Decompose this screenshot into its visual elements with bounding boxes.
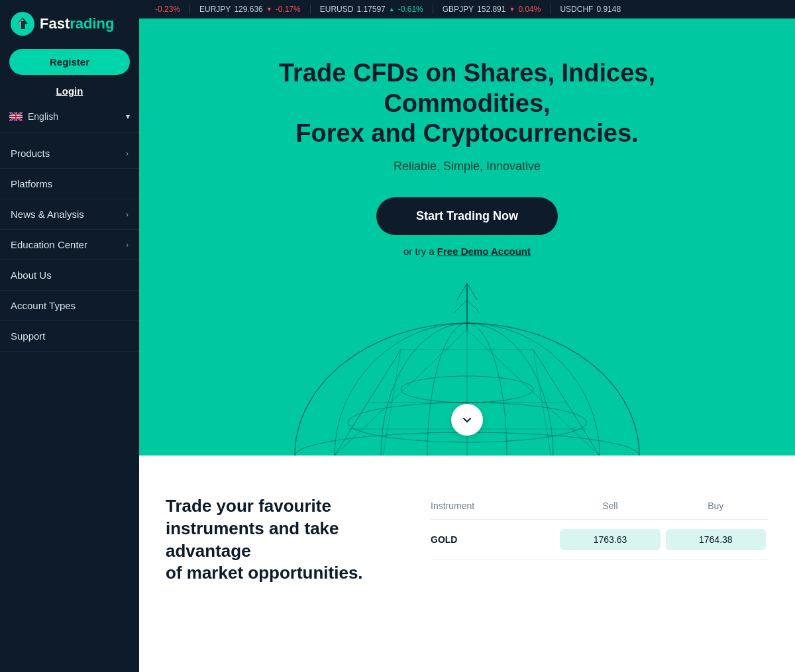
- ticker-change: -0.61%: [398, 5, 423, 14]
- svg-line-33: [467, 283, 477, 300]
- nav-item-label: Products: [11, 148, 50, 159]
- bottom-section: Trade your favourite instruments and tak…: [139, 456, 795, 672]
- sidebar-item-account-types[interactable]: Account Types: [0, 291, 139, 321]
- sell-price: 1763.63: [560, 529, 660, 550]
- register-button[interactable]: Register: [9, 49, 130, 75]
- nav-item-label: About Us: [11, 269, 52, 281]
- ticker-bar: -0.23% EURJPY 129.636 ▼ -0.17% EURUSD 1.…: [139, 0, 795, 19]
- ticker-arrow-icon: ▼: [509, 6, 515, 13]
- ticker-item-4: USDCHF 0.9148: [551, 5, 630, 14]
- ticker-pair: GBPJPY: [443, 5, 474, 14]
- col-buy: Buy: [663, 501, 768, 511]
- free-demo-link[interactable]: Free Demo Account: [437, 246, 531, 257]
- bottom-title-line3: of market opportunities.: [166, 563, 363, 583]
- nav-chevron-icon: ›: [126, 149, 129, 158]
- demo-text: or try a: [403, 246, 437, 257]
- language-chevron-icon: ▾: [126, 112, 130, 121]
- start-trading-button[interactable]: Start Trading Now: [376, 197, 558, 235]
- brand-logo-icon: [11, 12, 34, 36]
- sidebar-item-about-us[interactable]: About Us: [0, 260, 139, 291]
- ticker-price: 1.17597: [356, 5, 385, 14]
- ticker-change: -0.17%: [276, 5, 301, 14]
- chevron-down-icon: [461, 414, 473, 426]
- table-header: Instrument Sell Buy: [431, 495, 768, 520]
- ticker-item-3: GBPJPY 152.891 ▼ 0.04%: [433, 5, 551, 14]
- ticker-item-2: EURUSD 1.17597 ▲ -0.61%: [311, 5, 433, 14]
- brand-name-part1: Fast: [40, 15, 70, 32]
- col-sell: Sell: [557, 501, 662, 511]
- bottom-title-line1: Trade your favourite: [166, 496, 331, 516]
- sidebar-item-education-center[interactable]: Education Center›: [0, 230, 139, 260]
- instrument-name: GOLD: [431, 534, 557, 545]
- nav-chevron-icon: ›: [126, 240, 129, 250]
- nav-item-label: Account Types: [11, 300, 76, 311]
- bottom-title-line2: instruments and take advantage: [166, 518, 339, 561]
- ticker-item-0: -0.23%: [146, 5, 190, 14]
- nav-chevron-icon: ›: [126, 210, 129, 219]
- main-content: -0.23% EURJPY 129.636 ▼ -0.17% EURUSD 1.…: [139, 0, 795, 672]
- sidebar-item-support[interactable]: Support: [0, 321, 139, 352]
- nav-menu: Products›PlatformsNews & Analysis›Educat…: [0, 138, 139, 352]
- ticker-change: -0.23%: [155, 5, 180, 14]
- hero-title-line2: Forex and Cryptocurrencies.: [295, 119, 638, 147]
- hero-title-line1: Trade CFDs on Shares, Indices, Commoditi…: [279, 59, 655, 117]
- logo-area: Fastrading: [0, 0, 139, 45]
- instruments-table: Instrument Sell Buy GOLD 1763.63 1764.38: [431, 495, 768, 560]
- svg-line-32: [457, 283, 467, 300]
- svg-line-35: [467, 300, 480, 313]
- language-label: English: [28, 111, 58, 122]
- hero-demo-text: or try a Free Demo Account: [403, 246, 531, 257]
- col-instrument: Instrument: [431, 501, 557, 511]
- ticker-price: 0.9148: [596, 5, 621, 14]
- hero-section: Trade CFDs on Shares, Indices, Commoditi…: [139, 19, 795, 456]
- hero-subtitle: Reliable, Simple, Innovative: [394, 160, 541, 173]
- hero-title: Trade CFDs on Shares, Indices, Commoditi…: [202, 58, 732, 149]
- nav-item-label: News & Analysis: [11, 209, 84, 220]
- ticker-pair: USDCHF: [560, 5, 593, 14]
- sidebar-item-products[interactable]: Products›: [0, 138, 139, 169]
- sidebar-item-platforms[interactable]: Platforms: [0, 169, 139, 199]
- ticker-price: 152.891: [477, 5, 505, 14]
- nav-item-label: Platforms: [11, 178, 52, 189]
- ticker-price: 129.636: [234, 5, 262, 14]
- ticker-arrow-icon: ▲: [389, 6, 395, 13]
- ticker-item-1: EURJPY 129.636 ▼ -0.17%: [190, 5, 311, 14]
- sidebar: Fastrading Register Login English ▾ Prod…: [0, 0, 139, 672]
- flag-icon: [9, 112, 23, 121]
- brand-name-part2: rading: [70, 15, 114, 32]
- buy-price: 1764.38: [666, 529, 766, 550]
- nav-item-label: Education Center: [11, 239, 87, 250]
- svg-line-11: [335, 330, 467, 456]
- ticker-pair: EURUSD: [320, 5, 354, 14]
- language-selector[interactable]: English ▾: [9, 111, 130, 122]
- sidebar-divider: [0, 132, 139, 133]
- ticker-pair: EURJPY: [199, 5, 231, 14]
- svg-line-29: [368, 350, 401, 403]
- brand-name: Fastrading: [40, 15, 114, 32]
- table-row: GOLD 1763.63 1764.38: [431, 520, 768, 560]
- ticker-change: 0.04%: [518, 5, 541, 14]
- bottom-title: Trade your favourite instruments and tak…: [166, 495, 391, 585]
- svg-line-34: [454, 300, 467, 313]
- login-button[interactable]: Login: [9, 81, 130, 101]
- svg-line-12: [467, 330, 600, 456]
- nav-item-label: Support: [11, 330, 46, 342]
- ticker-arrow-icon: ▼: [266, 6, 272, 13]
- svg-line-30: [533, 350, 566, 403]
- bottom-text-block: Trade your favourite instruments and tak…: [166, 495, 391, 585]
- scroll-down-button[interactable]: [451, 404, 483, 436]
- sidebar-item-news-&-analysis[interactable]: News & Analysis›: [0, 199, 139, 230]
